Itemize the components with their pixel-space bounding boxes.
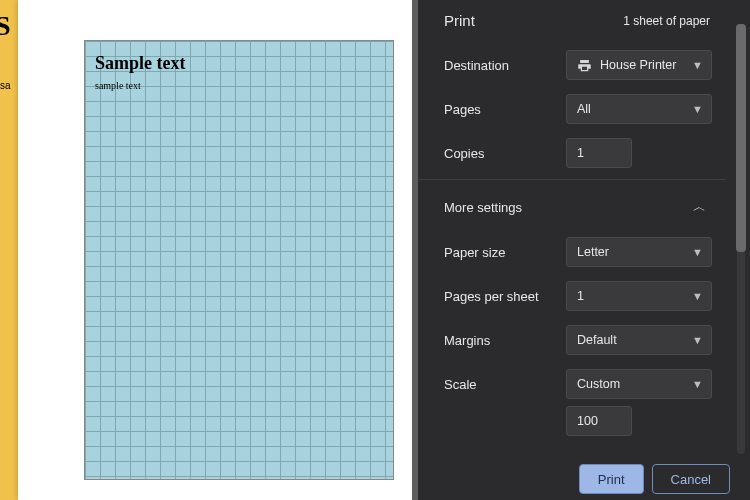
paper-size-select[interactable]: Letter ▼ — [566, 237, 712, 267]
destination-label: Destination — [444, 58, 564, 73]
paper-size-label: Paper size — [444, 245, 564, 260]
pages-per-sheet-label: Pages per sheet — [444, 289, 564, 304]
sheet-count-text: 1 sheet of paper — [623, 14, 710, 28]
scale-row: Scale Custom ▼ — [418, 362, 726, 406]
paper-size-row: Paper size Letter ▼ — [418, 230, 726, 274]
options-row: Options Headers and footers — [418, 442, 726, 460]
dialog-footer: Print Cancel — [418, 460, 750, 500]
margins-value: Default — [577, 333, 617, 347]
print-preview-pane: Sample text sample text — [18, 0, 418, 500]
preview-heading: Sample text — [95, 53, 393, 74]
destination-value: House Printer — [600, 58, 676, 72]
chevron-down-icon: ▼ — [692, 103, 703, 115]
chevron-down-icon: ▼ — [692, 334, 703, 346]
background-text-fragment: sa — [0, 80, 11, 91]
chevron-down-icon: ▼ — [692, 290, 703, 302]
margins-select[interactable]: Default ▼ — [566, 325, 712, 355]
print-button[interactable]: Print — [579, 464, 644, 494]
background-page-title-fragment: S — [0, 10, 11, 42]
printer-icon — [577, 58, 592, 73]
copies-label: Copies — [444, 146, 564, 161]
cancel-button-label: Cancel — [671, 472, 711, 487]
pages-per-sheet-value: 1 — [577, 289, 584, 303]
margins-row: Margins Default ▼ — [418, 318, 726, 362]
pages-select[interactable]: All ▼ — [566, 94, 712, 124]
chevron-down-icon: ▼ — [692, 246, 703, 258]
chevron-down-icon: ▼ — [692, 378, 703, 390]
scale-number-input[interactable]: 100 — [566, 406, 632, 436]
pages-value: All — [577, 102, 591, 116]
scale-value: Custom — [577, 377, 620, 391]
print-button-label: Print — [598, 472, 625, 487]
copies-input[interactable]: 1 — [566, 138, 632, 168]
page-preview: Sample text sample text — [84, 40, 394, 480]
chevron-down-icon: ▼ — [692, 59, 703, 71]
destination-row: Destination House Printer ▼ — [418, 43, 726, 87]
copies-value: 1 — [577, 146, 584, 160]
pages-row: Pages All ▼ — [418, 87, 726, 131]
pages-per-sheet-select[interactable]: 1 ▼ — [566, 281, 712, 311]
destination-select[interactable]: House Printer ▼ — [566, 50, 712, 80]
preview-body-text: sample text — [95, 80, 393, 91]
settings-scrollbar[interactable] — [734, 24, 748, 454]
pages-label: Pages — [444, 102, 564, 117]
pages-per-sheet-row: Pages per sheet 1 ▼ — [418, 274, 726, 318]
scale-select[interactable]: Custom ▼ — [566, 369, 712, 399]
scale-number-row: 100 — [418, 406, 726, 442]
paper-size-value: Letter — [577, 245, 609, 259]
scale-label: Scale — [444, 377, 564, 392]
copies-row: Copies 1 — [418, 131, 726, 175]
margins-label: Margins — [444, 333, 564, 348]
more-settings-label: More settings — [444, 200, 522, 215]
cancel-button[interactable]: Cancel — [652, 464, 730, 494]
print-settings-panel: Print 1 sheet of paper Destination House… — [418, 0, 750, 500]
scrollbar-thumb[interactable] — [736, 24, 746, 252]
panel-title: Print — [444, 12, 475, 29]
scale-number-value: 100 — [577, 414, 598, 428]
section-divider — [418, 179, 726, 180]
chevron-up-icon: ︿ — [693, 198, 706, 216]
more-settings-toggle[interactable]: More settings ︿ — [418, 184, 726, 230]
